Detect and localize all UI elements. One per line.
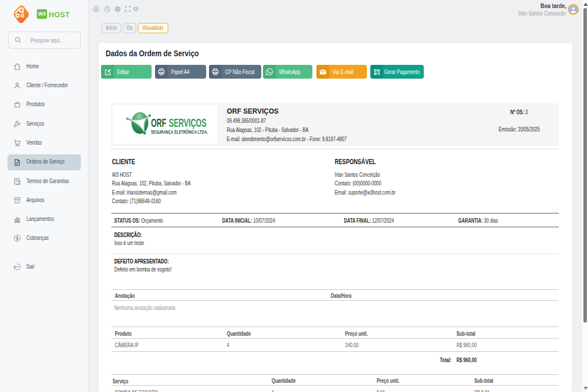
svg-text:ORF: ORF [151, 117, 167, 129]
svg-text:SEGURANÇA ELETRÔNICA LTDA.: SEGURANÇA ELETRÔNICA LTDA. [151, 129, 208, 135]
svg-text:SERVIÇOS: SERVIÇOS [169, 117, 207, 129]
